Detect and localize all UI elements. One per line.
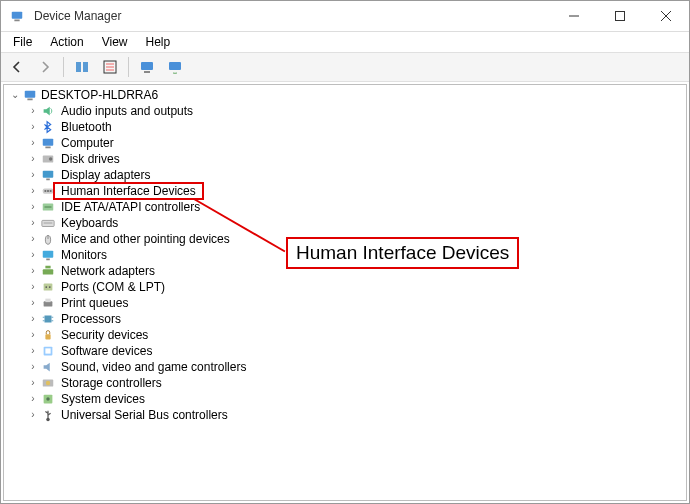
ide-icon [40,199,56,215]
tree-item-label: Bluetooth [59,119,114,135]
tree-item-label: Computer [59,135,116,151]
expand-icon[interactable]: › [26,280,40,294]
tree-view[interactable]: ⌄DESKTOP-HLDRRA6› Audio inputs and outpu… [3,84,687,501]
expand-icon[interactable]: › [26,200,40,214]
svg-rect-3 [616,12,625,21]
svg-rect-41 [45,299,50,303]
refresh-button[interactable] [163,55,187,79]
svg-rect-12 [141,62,153,70]
expand-icon[interactable]: › [26,136,40,150]
computer-icon [22,87,38,103]
tree-item-ports[interactable]: ›Ports (COM & LPT) [4,279,686,295]
svg-rect-26 [50,190,52,192]
svg-rect-14 [169,62,181,70]
tree-item-label: IDE ATA/ATAPI controllers [59,199,202,215]
audio-icon [40,103,56,119]
tree-item-keyboard[interactable]: ›Keyboards [4,215,686,231]
tree-item-label: Universal Serial Bus controllers [59,407,230,423]
svg-rect-21 [43,171,54,178]
disk-icon [40,151,56,167]
tree-item-sound[interactable]: ›Sound, video and game controllers [4,359,686,375]
tree-item-hid[interactable]: ›Human Interface Devices [4,183,686,199]
tree-item-usb[interactable]: ›Universal Serial Bus controllers [4,407,686,423]
tree-item-software[interactable]: ›Software devices [4,343,686,359]
svg-rect-0 [12,12,23,19]
tree-item-label: Processors [59,311,123,327]
toolbar-separator [63,57,64,77]
tree-item-label: Network adapters [59,263,157,279]
svg-rect-1 [14,20,19,22]
expand-icon[interactable]: ⌄ [8,88,22,102]
properties-button[interactable] [98,55,122,79]
svg-rect-25 [47,190,49,192]
expand-icon[interactable]: › [26,408,40,422]
svg-rect-15 [25,91,36,98]
menubar: File Action View Help [1,32,689,52]
expand-icon[interactable]: › [26,344,40,358]
expand-icon[interactable]: › [26,360,40,374]
svg-rect-22 [46,179,50,181]
svg-point-51 [46,381,50,385]
expand-icon[interactable]: › [26,248,40,262]
tree-item-processor[interactable]: ›Processors [4,311,686,327]
show-hidden-button[interactable] [70,55,94,79]
callout-box: Human Interface Devices [286,237,519,269]
expand-icon[interactable]: › [26,120,40,134]
expand-icon[interactable]: › [26,296,40,310]
software-icon [40,343,56,359]
tree-item-security[interactable]: ›Security devices [4,327,686,343]
svg-rect-18 [45,147,50,149]
svg-rect-7 [83,62,88,72]
svg-point-20 [49,157,53,161]
forward-button[interactable] [33,55,57,79]
minimize-button[interactable] [551,1,597,31]
tree-item-label: Monitors [59,247,109,263]
tree-item-display[interactable]: ›Display adapters [4,167,686,183]
back-button[interactable] [5,55,29,79]
help-button[interactable] [135,55,159,79]
tree-item-audio[interactable]: › Audio inputs and outputs [4,103,686,119]
tree-item-bluetooth[interactable]: ›Bluetooth [4,119,686,135]
expand-icon[interactable]: › [26,328,40,342]
tree-item-label: Security devices [59,327,150,343]
svg-rect-34 [46,259,50,261]
titlebar: Device Manager [1,1,689,32]
keyboard-icon [40,215,56,231]
tree-item-label: Ports (COM & LPT) [59,279,167,295]
expand-icon[interactable]: › [26,184,40,198]
expand-icon[interactable]: › [26,376,40,390]
tree-root[interactable]: ⌄DESKTOP-HLDRRA6 [4,87,686,103]
tree-item-label: Print queues [59,295,130,311]
expand-icon[interactable]: › [26,232,40,246]
expand-icon[interactable]: › [26,152,40,166]
tree-item-label: Display adapters [59,167,152,183]
close-button[interactable] [643,1,689,31]
tree-item-printqueue[interactable]: ›Print queues [4,295,686,311]
menu-help[interactable]: Help [138,33,179,51]
maximize-button[interactable] [597,1,643,31]
expand-icon[interactable]: › [26,104,40,118]
menu-view[interactable]: View [94,33,136,51]
expand-icon[interactable]: › [26,168,40,182]
window-title: Device Manager [34,9,121,23]
device-manager-window: Device Manager File Action View Help ⌄DE… [0,0,690,504]
tree-item-label: Keyboards [59,215,120,231]
window-controls [551,1,689,31]
expand-icon[interactable]: › [26,264,40,278]
tree-item-system[interactable]: ›System devices [4,391,686,407]
security-icon [40,327,56,343]
expand-icon[interactable]: › [26,216,40,230]
tree-item-computer[interactable]: ›Computer [4,135,686,151]
svg-point-53 [46,397,50,401]
menu-action[interactable]: Action [42,33,91,51]
tree-item-ide[interactable]: ›IDE ATA/ATAPI controllers [4,199,686,215]
svg-rect-35 [43,269,54,274]
tree-item-disk[interactable]: ›Disk drives [4,151,686,167]
mouse-icon [40,231,56,247]
tree-item-storage[interactable]: ›Storage controllers [4,375,686,391]
tree-item-label: Software devices [59,343,154,359]
expand-icon[interactable]: › [26,392,40,406]
menu-file[interactable]: File [5,33,40,51]
expand-icon[interactable]: › [26,312,40,326]
tree-item-label: Disk drives [59,151,122,167]
